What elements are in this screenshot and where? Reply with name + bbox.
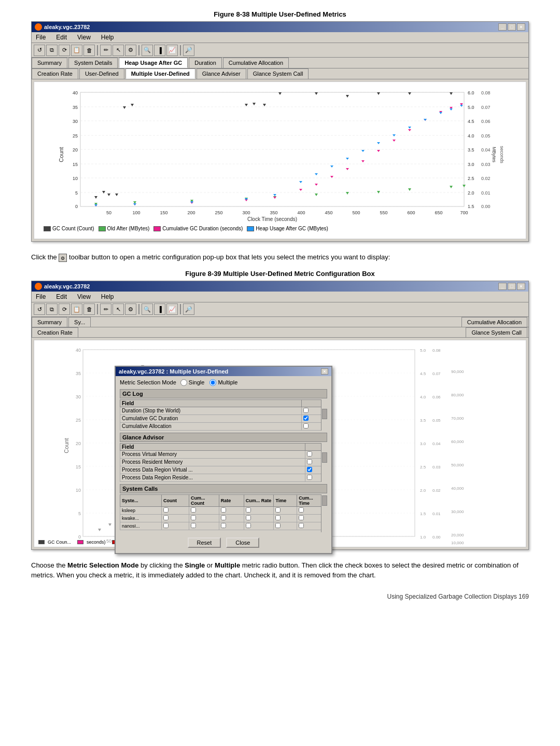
sc-cum-count-1[interactable] xyxy=(191,515,196,520)
sc-rate-1[interactable] xyxy=(221,515,226,520)
popup-close-button[interactable]: × xyxy=(321,368,328,375)
w2-tab-summary[interactable]: Summary xyxy=(32,317,67,327)
gc-checkbox-2[interactable] xyxy=(303,423,309,429)
w2-reset-button[interactable]: ⟳ xyxy=(59,303,70,315)
w2-menu-file[interactable]: File xyxy=(34,293,48,301)
maximize-button[interactable]: □ xyxy=(508,23,516,31)
gc-scrollbar[interactable] xyxy=(321,399,327,431)
paste-button[interactable]: 📋 xyxy=(71,45,82,56)
w2-clear-button[interactable]: 🗑 xyxy=(83,303,95,315)
radio-single[interactable]: Single xyxy=(180,379,205,386)
w2-tab-cumulative[interactable]: Cumulative Allocation xyxy=(461,317,527,327)
w2-menu-view[interactable]: View xyxy=(75,293,93,301)
sc-rate-2[interactable] xyxy=(221,523,226,528)
w2-line-button[interactable]: 📈 xyxy=(166,303,178,315)
clear-button[interactable]: 🗑 xyxy=(83,45,95,56)
w2-draw-button[interactable]: ✏ xyxy=(100,303,111,315)
sc-cum-rate-1[interactable] xyxy=(246,515,251,520)
w2-copy-button[interactable]: ⧉ xyxy=(46,303,58,315)
config-icon[interactable]: ⚙ xyxy=(59,254,67,262)
tab-cumulative-allocation[interactable]: Cumulative Allocation xyxy=(223,58,289,68)
menu-edit[interactable]: Edit xyxy=(54,33,69,42)
gc-scroll-thumb[interactable] xyxy=(322,409,327,419)
svg-text:3.5: 3.5 xyxy=(420,418,426,423)
magnify-button[interactable]: 🔎 xyxy=(183,45,194,56)
w2-menu-edit[interactable]: Edit xyxy=(54,293,69,301)
w2-paste-button[interactable]: 📋 xyxy=(71,303,82,315)
config-button[interactable]: ⚙ xyxy=(125,45,136,56)
sc-time-2[interactable] xyxy=(275,523,281,528)
svg-text:600: 600 xyxy=(407,210,415,215)
syscalls-scroll-thumb[interactable] xyxy=(322,495,327,506)
bar-button[interactable]: ▐ xyxy=(154,45,165,56)
radio-single-input[interactable] xyxy=(180,379,187,386)
tab-user-defined[interactable]: User-Defined xyxy=(79,68,124,79)
w2-minimize-button[interactable]: _ xyxy=(498,283,507,290)
glance-checkbox-2[interactable] xyxy=(307,467,312,472)
w2-tab-glance-system[interactable]: Glance System Call xyxy=(466,327,527,337)
tab-row2: Creation Rate User-Defined Multiple User… xyxy=(32,68,528,79)
sc-count-1[interactable] xyxy=(163,515,169,520)
w2-bar-button[interactable]: ▐ xyxy=(154,303,165,315)
w2-config-button[interactable]: ⚙ xyxy=(125,303,136,315)
w2-zoom-button[interactable]: 🔍 xyxy=(142,303,153,315)
chart-area1: Count MBytes seconds 40 35 30 25 20 15 1… xyxy=(34,81,526,239)
tab-summary[interactable]: Summary xyxy=(32,58,67,68)
reset-button[interactable]: ⟳ xyxy=(59,45,70,56)
tab-heap-usage[interactable]: Heap Usage After GC xyxy=(119,58,188,68)
glance-checkbox-3[interactable] xyxy=(307,475,312,480)
close-button[interactable]: × xyxy=(517,23,525,31)
w2-tab-creation-rate[interactable]: Creation Rate xyxy=(32,327,78,337)
syscalls-scrollbar[interactable] xyxy=(321,494,327,532)
w2-maximize-button[interactable]: □ xyxy=(508,283,516,290)
w2-magnify-button[interactable]: 🔎 xyxy=(183,303,194,315)
menu-help[interactable]: Help xyxy=(99,33,116,42)
w2-close-button[interactable]: × xyxy=(517,283,525,290)
minimize-button[interactable]: _ xyxy=(498,23,507,31)
radio-multiple[interactable]: Multiple xyxy=(209,379,237,386)
menu-file[interactable]: File xyxy=(34,33,48,42)
sc-cum-time-1[interactable] xyxy=(299,515,304,520)
reset-button[interactable]: Reset xyxy=(188,537,221,548)
svg-text:2.5: 2.5 xyxy=(468,176,474,181)
glance-scrollbar[interactable] xyxy=(321,443,327,482)
svg-text:300: 300 xyxy=(242,210,250,215)
tab-creation-rate[interactable]: Creation Rate xyxy=(32,68,78,79)
svg-text:5: 5 xyxy=(78,511,81,516)
sc-cum-count-0[interactable] xyxy=(191,507,196,513)
glance-scroll-thumb[interactable] xyxy=(322,452,327,463)
sc-cum-time-2[interactable] xyxy=(299,523,304,528)
sc-cum-rate-0[interactable] xyxy=(246,507,251,513)
w2-tab-sy[interactable]: Sy... xyxy=(68,317,91,327)
line-button[interactable]: 📈 xyxy=(166,45,178,56)
sc-cum-rate-2[interactable] xyxy=(246,523,251,528)
copy-button[interactable]: ⧉ xyxy=(46,45,58,56)
tab-system-details[interactable]: System Details xyxy=(68,58,118,68)
tab-multiple-user-defined[interactable]: Multiple User-Defined xyxy=(125,68,195,79)
sc-col-name: Syste... xyxy=(120,494,162,506)
tab-glance-system-call[interactable]: Glance System Call xyxy=(247,68,309,79)
undo-button[interactable]: ↺ xyxy=(34,45,45,56)
sc-count-0[interactable] xyxy=(163,507,169,513)
sc-count-2[interactable] xyxy=(163,523,169,528)
tab-duration[interactable]: Duration xyxy=(189,58,222,68)
menu-view[interactable]: View xyxy=(75,33,93,42)
close-button[interactable]: Close xyxy=(226,537,259,548)
w2-undo-button[interactable]: ↺ xyxy=(34,303,45,315)
gc-checkbox-1[interactable] xyxy=(303,416,309,421)
zoom-in-button[interactable]: 🔍 xyxy=(142,45,153,56)
glance-checkbox-1[interactable] xyxy=(307,459,312,464)
sc-time-1[interactable] xyxy=(275,515,281,520)
arrow-button[interactable]: ↖ xyxy=(113,45,124,56)
draw-button[interactable]: ✏ xyxy=(100,45,111,56)
sc-time-0[interactable] xyxy=(275,507,281,513)
w2-arrow-button[interactable]: ↖ xyxy=(113,303,124,315)
sc-cum-count-2[interactable] xyxy=(191,523,196,528)
gc-checkbox-0[interactable] xyxy=(303,408,309,413)
sc-cum-time-0[interactable] xyxy=(299,507,304,513)
radio-multiple-input[interactable] xyxy=(209,379,216,386)
sc-rate-0[interactable] xyxy=(221,507,226,513)
w2-menu-help[interactable]: Help xyxy=(99,293,116,301)
glance-checkbox-0[interactable] xyxy=(307,451,312,457)
tab-glance-adviser[interactable]: Glance Adviser xyxy=(197,68,246,79)
